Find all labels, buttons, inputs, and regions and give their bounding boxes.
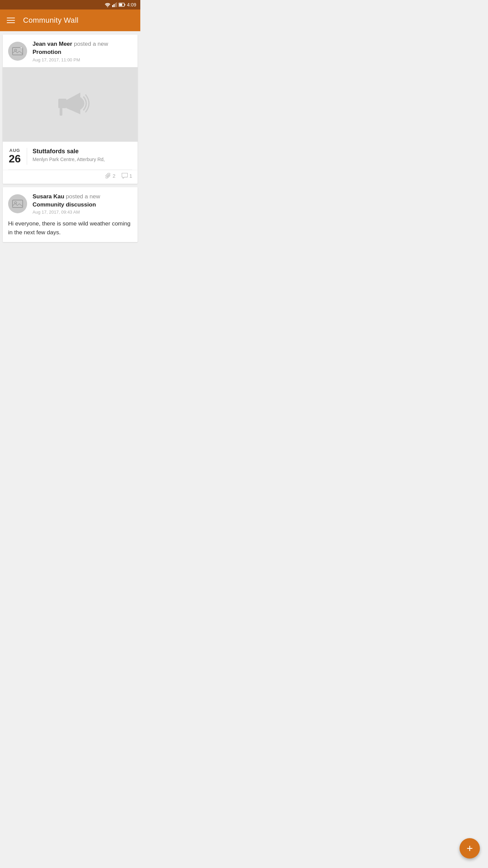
post-card-2[interactable]: Susara Kau posted a new Community discus…: [3, 187, 138, 242]
promo-image-1: [3, 67, 138, 142]
svg-rect-11: [21, 47, 22, 48]
event-details-1: AUG 26 Stuttafords sale Menlyn Park Cent…: [3, 142, 138, 170]
photo-placeholder-icon: [12, 46, 23, 56]
page-title: Community Wall: [23, 16, 79, 25]
event-date-1: AUG 26: [8, 148, 27, 165]
svg-rect-12: [58, 99, 66, 108]
comment-count-label: 1: [129, 173, 132, 179]
post-meta-2: Susara Kau posted a new Community discus…: [33, 193, 132, 215]
svg-rect-1: [112, 5, 113, 7]
paperclip-icon: [105, 173, 111, 179]
post-time-2: Aug 17, 2017, 09:43 AM: [33, 210, 132, 215]
avatar-2: [8, 194, 27, 213]
svg-rect-15: [13, 200, 23, 208]
app-bar: Community Wall: [0, 9, 140, 31]
megaphone-icon: [48, 86, 92, 123]
photo-placeholder-icon-2: [12, 199, 23, 209]
post-time-1: Aug 17, 2017, 11:00 PM: [33, 57, 132, 62]
signal-icon: [112, 2, 117, 7]
battery-icon: [119, 3, 125, 7]
avatar-1: [8, 42, 27, 61]
post-meta-1: Jean van Meer posted a new Promotion Aug…: [33, 40, 132, 62]
svg-rect-7: [119, 4, 122, 6]
event-title: Stuttafords sale: [33, 148, 132, 155]
svg-rect-3: [115, 3, 116, 7]
attachment-count-label: 2: [113, 173, 115, 179]
post-header-1: Jean van Meer posted a new Promotion Aug…: [3, 35, 138, 67]
post-body-2: Hi everyone, there is some wild weather …: [3, 219, 138, 242]
post-card-1[interactable]: Jean van Meer posted a new Promotion Aug…: [3, 35, 138, 184]
svg-rect-4: [116, 2, 117, 7]
wifi-icon: [105, 3, 110, 7]
hamburger-menu-button[interactable]: [7, 18, 15, 23]
post-author-2: Susara Kau posted a new Community discus…: [33, 193, 132, 209]
svg-rect-14: [60, 108, 62, 116]
event-info-1: Stuttafords sale Menlyn Park Centre, Att…: [33, 148, 132, 165]
status-time: 4:09: [127, 2, 136, 7]
status-icons: 4:09: [105, 2, 136, 7]
feed: Jean van Meer posted a new Promotion Aug…: [0, 31, 140, 245]
svg-point-0: [107, 6, 108, 7]
event-month: AUG: [9, 148, 20, 153]
post-author-1: Jean van Meer posted a new Promotion: [33, 40, 132, 56]
event-day: 26: [9, 153, 21, 165]
svg-rect-2: [114, 4, 115, 7]
event-location: Menlyn Park Centre, Atterbury Rd,: [33, 156, 132, 163]
post-header-2: Susara Kau posted a new Community discus…: [3, 187, 138, 220]
comment-count-1: 1: [122, 173, 132, 179]
comment-icon: [122, 173, 128, 179]
attachment-count-1: 2: [105, 173, 115, 179]
svg-rect-6: [124, 4, 125, 5]
status-bar: 4:09: [0, 0, 140, 9]
post-footer-1: 2 1: [3, 170, 138, 184]
